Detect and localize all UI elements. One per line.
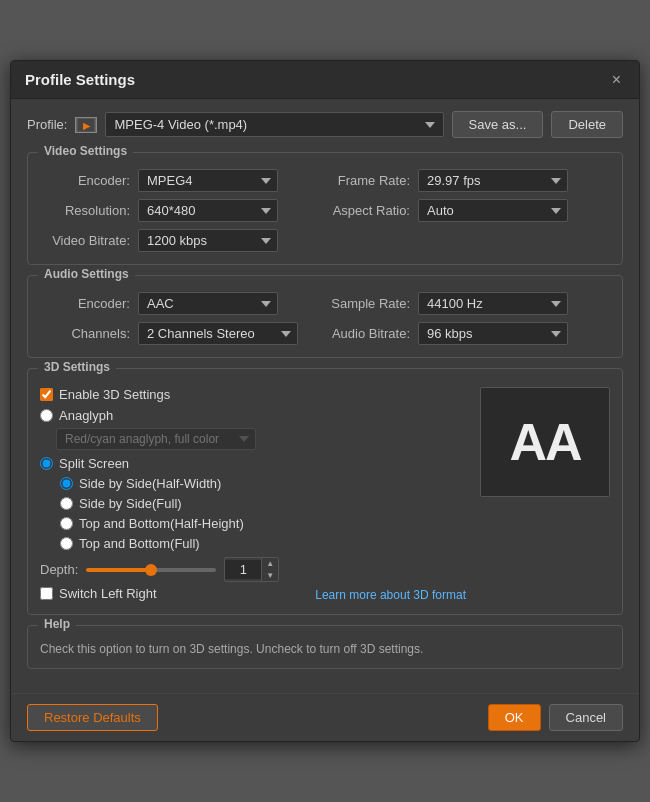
learn-more-link[interactable]: Learn more about 3D format — [315, 588, 466, 602]
audio-settings-content: Encoder: AAC MP3 OGG Sample Rate: 44100 … — [40, 292, 610, 345]
aa-preview-box: AA — [480, 387, 610, 497]
3d-preview: AA — [480, 387, 610, 601]
split-screen-options: Side by Side(Half-Width) Side by Side(Fu… — [40, 476, 466, 551]
frame-rate-field: Frame Rate: 29.97 fps 25 fps 30 fps — [325, 169, 610, 192]
help-text: Check this option to turn on 3D settings… — [40, 640, 610, 658]
audio-encoder-field: Encoder: AAC MP3 OGG — [40, 292, 325, 315]
dialog-title: Profile Settings — [25, 71, 135, 88]
aspect-ratio-label: Aspect Ratio: — [325, 203, 410, 218]
sample-rate-select[interactable]: 44100 Hz 22050 Hz 48000 Hz — [418, 292, 568, 315]
close-button[interactable]: × — [608, 72, 625, 88]
spinner-buttons: ▲ ▼ — [261, 558, 278, 580]
side-by-side-half-radio[interactable] — [60, 477, 73, 490]
sample-rate-label: Sample Rate: — [325, 296, 410, 311]
resolution-field: Resolution: 640*480 1280*720 1920*1080 — [40, 199, 325, 222]
anaglyph-select-row: Red/cyan anaglyph, full color — [56, 428, 466, 450]
depth-row: Depth: 1 ▲ ▼ — [40, 557, 466, 581]
top-bottom-full-label[interactable]: Top and Bottom(Full) — [79, 536, 200, 551]
3d-inner: Enable 3D Settings Anaglyph Red/cyan ana… — [40, 387, 610, 601]
audio-encoder-label: Encoder: — [40, 296, 130, 311]
title-bar: Profile Settings × — [11, 61, 639, 99]
help-section: Help Check this option to turn on 3D set… — [27, 625, 623, 669]
cancel-button[interactable]: Cancel — [549, 704, 623, 731]
channels-label: Channels: — [40, 326, 130, 341]
video-fields-grid: Encoder: MPEG4 H.264 H.265 Frame Rate: 2… — [40, 169, 610, 252]
aspect-ratio-field: Aspect Ratio: Auto 4:3 16:9 — [325, 199, 610, 222]
spinner-down-button[interactable]: ▼ — [262, 570, 278, 581]
channels-select[interactable]: 2 Channels Stereo 1 Channel Mono — [138, 322, 298, 345]
profile-settings-dialog: Profile Settings × Profile: ▶ MPEG-4 Vid… — [10, 60, 640, 741]
aspect-ratio-select[interactable]: Auto 4:3 16:9 — [418, 199, 568, 222]
3d-settings-title: 3D Settings — [38, 360, 116, 374]
audio-encoder-select[interactable]: AAC MP3 OGG — [138, 292, 278, 315]
side-by-side-full-radio[interactable] — [60, 497, 73, 510]
3d-settings-content: Enable 3D Settings Anaglyph Red/cyan ana… — [40, 387, 610, 601]
switch-left-right-label[interactable]: Switch Left Right — [59, 586, 157, 601]
help-title: Help — [38, 617, 76, 631]
top-bottom-half-radio[interactable] — [60, 517, 73, 530]
audio-settings-title: Audio Settings — [38, 267, 135, 281]
profile-select[interactable]: MPEG-4 Video (*.mp4) — [105, 112, 443, 137]
encoder-label: Encoder: — [40, 173, 130, 188]
video-settings-content: Encoder: MPEG4 H.264 H.265 Frame Rate: 2… — [40, 169, 610, 252]
save-as-button[interactable]: Save as... — [452, 111, 544, 138]
encoder-field: Encoder: MPEG4 H.264 H.265 — [40, 169, 325, 192]
frame-rate-select[interactable]: 29.97 fps 25 fps 30 fps — [418, 169, 568, 192]
enable-3d-row: Enable 3D Settings — [40, 387, 466, 402]
top-bottom-full-radio[interactable] — [60, 537, 73, 550]
ok-button[interactable]: OK — [488, 704, 541, 731]
enable-3d-label[interactable]: Enable 3D Settings — [59, 387, 170, 402]
frame-rate-label: Frame Rate: — [325, 173, 410, 188]
sample-rate-field: Sample Rate: 44100 Hz 22050 Hz 48000 Hz — [325, 292, 610, 315]
top-bottom-half-label[interactable]: Top and Bottom(Half-Height) — [79, 516, 244, 531]
switch-left-right-row: Switch Left Right Learn more about 3D fo… — [40, 586, 466, 602]
switch-left-right-checkbox[interactable] — [40, 587, 53, 600]
split-screen-row: Split Screen — [40, 456, 466, 471]
anaglyph-row: Anaglyph — [40, 408, 466, 423]
split-screen-label[interactable]: Split Screen — [59, 456, 129, 471]
bottom-bar: Restore Defaults OK Cancel — [11, 693, 639, 741]
split-screen-radio[interactable] — [40, 457, 53, 470]
audio-settings-section: Audio Settings Encoder: AAC MP3 OGG S — [27, 275, 623, 358]
anaglyph-type-select: Red/cyan anaglyph, full color — [56, 428, 256, 450]
dialog-body: Profile: ▶ MPEG-4 Video (*.mp4) Save as.… — [11, 99, 639, 692]
side-by-side-half-row: Side by Side(Half-Width) — [60, 476, 466, 491]
enable-3d-checkbox[interactable] — [40, 388, 53, 401]
depth-value-input[interactable]: 1 — [225, 560, 261, 579]
encoder-select[interactable]: MPEG4 H.264 H.265 — [138, 169, 278, 192]
depth-spinner: 1 ▲ ▼ — [224, 557, 279, 581]
depth-label: Depth: — [40, 562, 78, 577]
side-by-side-full-row: Side by Side(Full) — [60, 496, 466, 511]
video-bitrate-select[interactable]: 1200 kbps 800 kbps 2000 kbps — [138, 229, 278, 252]
profile-label: Profile: — [27, 117, 67, 132]
video-settings-title: Video Settings — [38, 144, 133, 158]
video-settings-section: Video Settings Encoder: MPEG4 H.264 H.26… — [27, 152, 623, 265]
footer-buttons: OK Cancel — [488, 704, 623, 731]
3d-left: Enable 3D Settings Anaglyph Red/cyan ana… — [40, 387, 466, 601]
audio-bitrate-field: Audio Bitrate: 96 kbps 64 kbps 128 kbps — [325, 322, 610, 345]
video-bitrate-label: Video Bitrate: — [40, 233, 130, 248]
channels-field: Channels: 2 Channels Stereo 1 Channel Mo… — [40, 322, 325, 345]
delete-button[interactable]: Delete — [551, 111, 623, 138]
top-bottom-full-row: Top and Bottom(Full) — [60, 536, 466, 551]
spinner-up-button[interactable]: ▲ — [262, 558, 278, 569]
audio-fields-grid: Encoder: AAC MP3 OGG Sample Rate: 44100 … — [40, 292, 610, 345]
svg-text:▶: ▶ — [83, 121, 91, 131]
depth-slider[interactable] — [86, 568, 216, 572]
anaglyph-label[interactable]: Anaglyph — [59, 408, 113, 423]
side-by-side-full-label[interactable]: Side by Side(Full) — [79, 496, 182, 511]
profile-icon: ▶ — [75, 117, 97, 133]
video-bitrate-field: Video Bitrate: 1200 kbps 800 kbps 2000 k… — [40, 229, 325, 252]
3d-settings-section: 3D Settings Enable 3D Settings Anaglyph — [27, 368, 623, 614]
audio-bitrate-select[interactable]: 96 kbps 64 kbps 128 kbps — [418, 322, 568, 345]
profile-row: Profile: ▶ MPEG-4 Video (*.mp4) Save as.… — [27, 111, 623, 138]
restore-defaults-button[interactable]: Restore Defaults — [27, 704, 158, 731]
resolution-select[interactable]: 640*480 1280*720 1920*1080 — [138, 199, 278, 222]
resolution-label: Resolution: — [40, 203, 130, 218]
side-by-side-half-label[interactable]: Side by Side(Half-Width) — [79, 476, 221, 491]
audio-bitrate-label: Audio Bitrate: — [325, 326, 410, 341]
anaglyph-radio[interactable] — [40, 409, 53, 422]
top-bottom-half-row: Top and Bottom(Half-Height) — [60, 516, 466, 531]
aa-preview-text: AA — [509, 412, 580, 472]
